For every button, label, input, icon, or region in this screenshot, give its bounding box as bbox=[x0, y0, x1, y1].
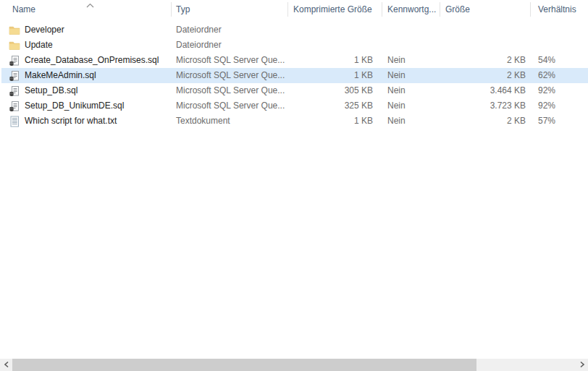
folder-icon bbox=[9, 25, 20, 36]
sql-icon bbox=[9, 101, 20, 112]
file-row[interactable]: Update Dateiordner bbox=[0, 38, 588, 53]
file-size-cell bbox=[440, 38, 531, 53]
scroll-right-button[interactable] bbox=[576, 359, 588, 371]
column-headers: Name Typ Komprimierte Größe Kennwortg...… bbox=[0, 0, 588, 19]
file-list-view: Name Typ Komprimierte Größe Kennwortg...… bbox=[0, 0, 588, 371]
file-password-cell: Nein bbox=[382, 114, 440, 129]
file-password-cell: Nein bbox=[382, 83, 440, 98]
file-row[interactable]: Create_Database_OnPremises.sql Microsoft… bbox=[0, 53, 588, 68]
column-header-compressed-size-label: Komprimierte Größe bbox=[293, 4, 372, 14]
file-size-cell: 2 KB bbox=[440, 114, 531, 129]
file-compressed-size-cell: 1 KB bbox=[288, 114, 382, 129]
chevron-right-icon bbox=[579, 360, 585, 370]
file-password-cell: Nein bbox=[382, 98, 440, 114]
file-name-label: Which script for what.txt bbox=[25, 114, 117, 129]
horizontal-scrollbar[interactable] bbox=[0, 359, 588, 371]
file-password-cell bbox=[382, 22, 440, 38]
file-row[interactable]: Which script for what.txt Textdokument 1… bbox=[0, 114, 588, 129]
file-compressed-size-cell: 1 KB bbox=[288, 53, 382, 68]
file-ratio-cell bbox=[531, 38, 588, 53]
file-ratio-cell: 57% bbox=[531, 114, 588, 129]
file-name-label: Update bbox=[25, 38, 53, 53]
file-password-cell: Nein bbox=[382, 68, 440, 83]
file-compressed-size-cell bbox=[288, 38, 382, 53]
file-rows: Developer Dateiordner Update Dateiordner… bbox=[0, 22, 588, 129]
file-type-cell: Microsoft SQL Server Que... bbox=[172, 83, 288, 98]
file-type-cell: Microsoft SQL Server Que... bbox=[172, 68, 288, 83]
file-name-label: Create_Database_OnPremises.sql bbox=[25, 53, 159, 68]
file-name-label: MakeMeAdmin.sql bbox=[25, 68, 96, 83]
file-size-cell: 2 KB bbox=[440, 53, 531, 68]
file-name-label: Setup_DB.sql bbox=[25, 83, 77, 98]
column-header-size[interactable]: Größe bbox=[440, 0, 531, 19]
file-compressed-size-cell bbox=[288, 22, 382, 38]
txt-icon bbox=[9, 116, 20, 127]
file-size-cell: 3.723 KB bbox=[440, 98, 531, 114]
file-compressed-size-cell: 325 KB bbox=[288, 98, 382, 114]
file-password-cell: Nein bbox=[382, 53, 440, 68]
file-ratio-cell bbox=[531, 22, 588, 38]
file-type-cell: Microsoft SQL Server Que... bbox=[172, 53, 288, 68]
file-row-selected[interactable]: MakeMeAdmin.sql Microsoft SQL Server Que… bbox=[0, 68, 588, 83]
file-ratio-cell: 92% bbox=[531, 98, 588, 114]
file-size-cell bbox=[440, 22, 531, 38]
file-ratio-cell: 92% bbox=[531, 83, 588, 98]
file-size-cell: 2 KB bbox=[440, 68, 531, 83]
sql-icon bbox=[9, 85, 20, 97]
file-compressed-size-cell: 1 KB bbox=[288, 68, 382, 83]
column-header-type-label: Typ bbox=[176, 4, 190, 14]
file-type-cell: Dateiordner bbox=[172, 38, 288, 53]
file-type-cell: Textdokument bbox=[172, 114, 288, 129]
file-type-cell: Microsoft SQL Server Que... bbox=[172, 98, 288, 114]
folder-icon bbox=[9, 40, 20, 51]
sql-icon bbox=[9, 55, 20, 67]
column-header-ratio[interactable]: Verhältnis bbox=[531, 0, 588, 19]
column-header-name-label: Name bbox=[12, 4, 35, 14]
file-ratio-cell: 62% bbox=[531, 68, 588, 83]
column-header-compressed-size[interactable]: Komprimierte Größe bbox=[288, 0, 382, 19]
file-name-label: Developer bbox=[25, 22, 64, 38]
column-header-password-label: Kennwortg... bbox=[387, 4, 436, 14]
file-row[interactable]: Setup_DB.sql Microsoft SQL Server Que...… bbox=[0, 83, 588, 98]
column-header-size-label: Größe bbox=[445, 4, 470, 14]
scrollbar-thumb[interactable] bbox=[12, 359, 476, 371]
column-header-type[interactable]: Typ bbox=[172, 0, 288, 19]
column-header-password[interactable]: Kennwortg... bbox=[382, 0, 440, 19]
column-header-ratio-label: Verhältnis bbox=[538, 4, 576, 14]
file-password-cell bbox=[382, 38, 440, 53]
sql-icon bbox=[9, 70, 20, 82]
file-compressed-size-cell: 305 KB bbox=[288, 83, 382, 98]
file-row[interactable]: Setup_DB_UnikumDE.sql Microsoft SQL Serv… bbox=[0, 98, 588, 114]
file-size-cell: 3.464 KB bbox=[440, 83, 531, 98]
file-row[interactable]: Developer Dateiordner bbox=[0, 22, 588, 38]
file-ratio-cell: 54% bbox=[531, 53, 588, 68]
file-name-label: Setup_DB_UnikumDE.sql bbox=[25, 98, 124, 114]
chevron-left-icon bbox=[4, 360, 9, 370]
scroll-left-button[interactable] bbox=[0, 359, 12, 371]
file-type-cell: Dateiordner bbox=[172, 22, 288, 38]
column-header-name[interactable]: Name bbox=[0, 0, 172, 19]
